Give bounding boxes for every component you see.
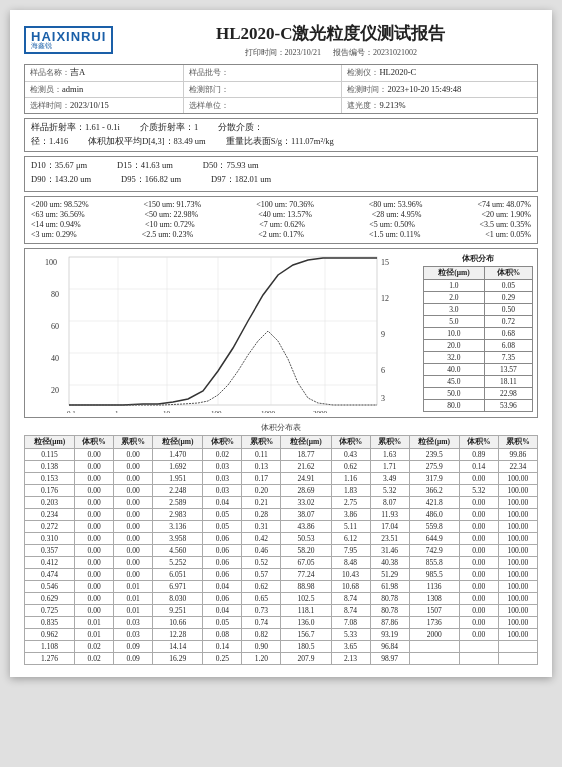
side-table-row: 1.00.05 bbox=[424, 280, 533, 292]
table-row: 1.2760.020.0916.290.251.20207.92.1398.97 bbox=[25, 653, 538, 665]
chart-section: 100 80 60 40 20 15 12 9 6 3 bbox=[24, 248, 538, 418]
instrument-cell: 检测仪：HL2020-C bbox=[342, 65, 537, 81]
svg-text:1: 1 bbox=[115, 409, 119, 413]
table-row: 0.5460.000.016.9710.040.6288.9810.6861.9… bbox=[25, 581, 538, 593]
opacity-cell: 遮光度：9.213% bbox=[342, 98, 537, 113]
svg-text:12: 12 bbox=[381, 294, 389, 303]
table-row: 0.1380.000.001.6920.030.1321.620.621.712… bbox=[25, 461, 538, 473]
test-time-cell: 检测时间：2023+10-20 15:49:48 bbox=[342, 82, 537, 97]
table-row: 0.4740.000.006.0510.060.5777.2410.4351.2… bbox=[25, 569, 538, 581]
report-page: HAIXINRUI 海鑫锐 HL2020-C激光粒度仪测试报告 打印时间：202… bbox=[10, 10, 552, 677]
svg-text:100: 100 bbox=[45, 258, 57, 267]
svg-text:2000: 2000 bbox=[313, 409, 328, 413]
header: HAIXINRUI 海鑫锐 HL2020-C激光粒度仪测试报告 打印时间：202… bbox=[24, 22, 538, 58]
table-row: 0.2030.000.002.5890.040.2133.022.758.074… bbox=[25, 497, 538, 509]
logo-box: HAIXINRUI 海鑫锐 bbox=[24, 26, 113, 54]
side-table-row: 80.053.96 bbox=[424, 400, 533, 412]
info-row-1: 样品名称：吉A 样品批号： 检测仪：HL2020-C bbox=[25, 65, 537, 82]
bottom-table-area: 体积分布表 粒径(μm)体积%累积%粒径(μm)体积%累积%粒径(μm)体积%累… bbox=[24, 422, 538, 665]
table-row: 0.8350.010.0310.660.050.74136.07.0887.86… bbox=[25, 617, 538, 629]
svg-text:60: 60 bbox=[51, 322, 59, 331]
d50-value: D50：75.93 um bbox=[203, 160, 259, 172]
sample-info-table: 样品名称：吉A 样品批号： 检测仪：HL2020-C 检测员：admin 检测部… bbox=[24, 64, 538, 114]
percent-row-4: <3 um: 0.29% <2.5 um: 0.23% <2 um: 0.17%… bbox=[31, 230, 531, 239]
side-table-row: 20.06.08 bbox=[424, 340, 533, 352]
side-table-row: 45.018.11 bbox=[424, 376, 533, 388]
volume-avg: 体积加权平均D[4,3]：83.49 um bbox=[88, 136, 206, 148]
svg-text:3: 3 bbox=[381, 394, 385, 403]
svg-text:10: 10 bbox=[163, 409, 171, 413]
title-area: HL2020-C激光粒度仪测试报告 打印时间：2023/10/21 报告编号：2… bbox=[123, 22, 538, 58]
svg-text:80: 80 bbox=[51, 290, 59, 299]
svg-text:9: 9 bbox=[381, 330, 385, 339]
table-row: 0.4120.000.005.2520.060.5267.058.4840.38… bbox=[25, 557, 538, 569]
d15-value: D15：41.63 um bbox=[117, 160, 173, 172]
print-time: 打印时间：2023/10/21 bbox=[245, 48, 321, 57]
side-table-col-1: 粒径(μm) bbox=[424, 267, 485, 280]
side-table-row: 5.00.72 bbox=[424, 316, 533, 328]
params-row-1: 样品折射率：1.61 - 0.1i 介质折射率：1 分散介质： bbox=[31, 122, 531, 134]
table-row: 0.3570.000.004.5600.060.4658.207.9531.46… bbox=[25, 545, 538, 557]
svg-text:6: 6 bbox=[381, 366, 385, 375]
dispersion-medium: 分散介质： bbox=[218, 122, 263, 134]
d-row-1: D10：35.67 μm D15：41.63 um D50：75.93 um bbox=[31, 160, 531, 172]
print-info: 打印时间：2023/10/21 报告编号：20231021002 bbox=[123, 47, 538, 58]
refraction-param: 样品折射率：1.61 - 0.1i bbox=[31, 122, 120, 134]
logo: HAIXINRUI 海鑫锐 bbox=[24, 26, 113, 54]
d-row-2: D90：143.20 um D95：166.82 um D97：182.01 u… bbox=[31, 174, 531, 186]
table-row: 0.1150.000.001.4700.020.1118.770.431.632… bbox=[25, 449, 538, 461]
sample-name-cell: 样品名称：吉A bbox=[25, 65, 184, 81]
report-title: HL2020-C激光粒度仪测试报告 bbox=[123, 22, 538, 45]
bottom-table-title: 体积分布表 bbox=[24, 422, 538, 433]
side-table-row: 32.07.35 bbox=[424, 352, 533, 364]
side-table-col-2: 体积% bbox=[484, 267, 532, 280]
main-chart-container: 100 80 60 40 20 15 12 9 6 3 bbox=[29, 253, 417, 413]
svg-text:1000: 1000 bbox=[261, 409, 276, 413]
operator-cell: 检测员：admin bbox=[25, 82, 184, 97]
table-row: 0.2720.000.003.1360.050.3143.865.1117.04… bbox=[25, 521, 538, 533]
svg-text:100: 100 bbox=[211, 409, 222, 413]
table-row: 0.7250.000.019.2510.040.73118.18.7480.78… bbox=[25, 605, 538, 617]
side-table-row: 40.013.57 bbox=[424, 364, 533, 376]
table-row: 0.9620.010.0312.280.080.82156.75.3393.19… bbox=[25, 629, 538, 641]
percent-row-3: <14 um: 0.94% <10 um: 0.72% <7 um: 0.62%… bbox=[31, 220, 531, 229]
table-row: 0.6290.000.018.0300.060.65102.58.7480.78… bbox=[25, 593, 538, 605]
select-unit-cell: 选样单位： bbox=[184, 98, 343, 113]
info-row-3: 选样时间：2023/10/15 选样单位： 遮光度：9.213% bbox=[25, 98, 537, 113]
side-table-row: 50.022.98 bbox=[424, 388, 533, 400]
info-row-2: 检测员：admin 检测部门： 检测时间：2023+10-20 15:49:48 bbox=[25, 82, 537, 98]
medium-refraction: 介质折射率：1 bbox=[140, 122, 198, 134]
svg-text:20: 20 bbox=[51, 386, 59, 395]
report-no: 报告编号：20231021002 bbox=[333, 48, 417, 57]
side-table-row: 3.00.50 bbox=[424, 304, 533, 316]
table-row: 0.1760.000.002.2480.030.2028.691.835.323… bbox=[25, 485, 538, 497]
side-table-row: 2.00.29 bbox=[424, 292, 533, 304]
distribution-chart: 100 80 60 40 20 15 12 9 6 3 bbox=[29, 253, 417, 413]
sample-batch-cell: 样品批号： bbox=[184, 65, 343, 81]
department-cell: 检测部门： bbox=[184, 82, 343, 97]
d10-value: D10：35.67 μm bbox=[31, 160, 87, 172]
side-table-row: 10.00.68 bbox=[424, 328, 533, 340]
d-values-section: D10：35.67 μm D15：41.63 um D50：75.93 um D… bbox=[24, 156, 538, 192]
table-row: 1.1080.020.0914.140.140.90180.53.6596.84 bbox=[25, 641, 538, 653]
side-distribution-table: 粒径(μm) 体积% 1.00.052.00.293.00.505.00.721… bbox=[423, 266, 533, 412]
table-row: 0.3100.000.003.9580.060.4250.536.1223.51… bbox=[25, 533, 538, 545]
svg-rect-10 bbox=[69, 257, 377, 405]
diameter-param: 径：1.416 bbox=[31, 136, 68, 148]
percent-section: <200 um: 98.52% <150 um: 91.73% <100 um:… bbox=[24, 196, 538, 244]
percent-row-1: <200 um: 98.52% <150 um: 91.73% <100 um:… bbox=[31, 200, 531, 209]
svg-text:15: 15 bbox=[381, 258, 389, 267]
logo-chinese: 海鑫锐 bbox=[31, 43, 106, 50]
table-row: 0.2340.000.002.9830.050.2838.073.8611.93… bbox=[25, 509, 538, 521]
d95-value: D95：166.82 um bbox=[121, 174, 181, 186]
d97-value: D97：182.01 um bbox=[211, 174, 271, 186]
d90-value: D90：143.20 um bbox=[31, 174, 91, 186]
side-table-container: 体积分布 粒径(μm) 体积% 1.00.052.00.293.00.505.0… bbox=[423, 253, 533, 413]
side-table-title: 体积分布 bbox=[423, 253, 533, 264]
percent-row-2: <63 um: 36.56% <50 um: 22.98% <40 um: 13… bbox=[31, 210, 531, 219]
select-time-cell: 选样时间：2023/10/15 bbox=[25, 98, 184, 113]
surface-area: 重量比表面S/g：111.07m²/kg bbox=[226, 136, 334, 148]
table-row: 0.1530.000.001.9510.030.1724.911.163.493… bbox=[25, 473, 538, 485]
bottom-data-table: 粒径(μm)体积%累积%粒径(μm)体积%累积%粒径(μm)体积%累积%粒径(μ… bbox=[24, 435, 538, 665]
svg-text:0.1: 0.1 bbox=[67, 409, 76, 413]
